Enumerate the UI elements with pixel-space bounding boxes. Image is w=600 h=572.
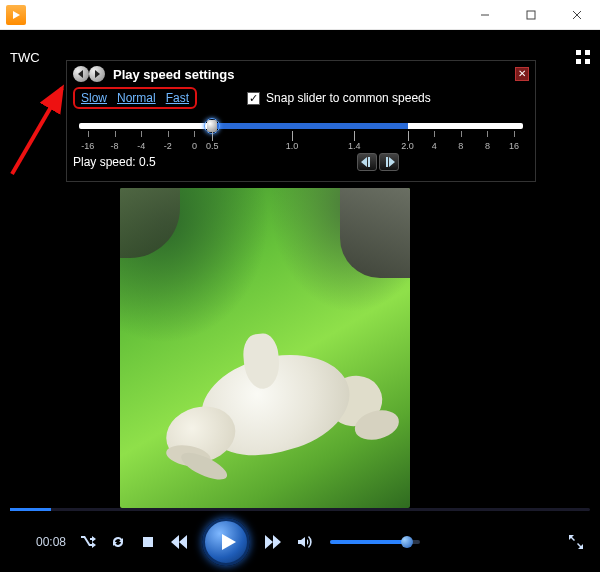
mute-button[interactable]: [296, 534, 312, 550]
speed-readout: Play speed: 0.5: [73, 155, 156, 169]
tick-label: 1.0: [286, 141, 299, 151]
tick-label: 8: [485, 141, 490, 151]
annotation-arrow: [4, 74, 74, 184]
fast-forward-button[interactable]: [264, 533, 282, 551]
svg-line-5: [12, 88, 62, 174]
preset-fast[interactable]: Fast: [166, 91, 189, 105]
panel-title: Play speed settings: [113, 67, 234, 82]
brand-label: TWC: [10, 50, 40, 65]
window-titlebar: [0, 0, 600, 30]
app-icon: [6, 5, 26, 25]
tick-label: 2.0: [401, 141, 414, 151]
tick-label: 4: [432, 141, 437, 151]
svg-rect-2: [585, 50, 590, 55]
maximize-button[interactable]: [508, 0, 554, 30]
elapsed-time: 00:08: [16, 535, 66, 549]
svg-rect-3: [576, 59, 581, 64]
tick-label: -4: [137, 141, 145, 151]
close-icon: ✕: [518, 69, 526, 79]
snap-checkbox-row[interactable]: ✓ Snap slider to common speeds: [247, 91, 431, 105]
svg-rect-1: [576, 50, 581, 55]
play-button[interactable]: [202, 518, 250, 566]
tick-label: 16: [509, 141, 519, 151]
frame-back-button[interactable]: [357, 153, 377, 171]
repeat-button[interactable]: [110, 534, 126, 550]
preset-slow[interactable]: Slow: [81, 91, 107, 105]
tick-label: -16: [81, 141, 94, 151]
tick-label: 1.4: [348, 141, 361, 151]
video-viewport[interactable]: [120, 188, 410, 508]
snap-checkbox[interactable]: ✓: [247, 92, 260, 105]
speed-presets-highlight: Slow Normal Fast: [73, 87, 197, 109]
frame-forward-button[interactable]: [379, 153, 399, 171]
transport-controls: 00:08: [0, 520, 600, 564]
stop-button[interactable]: [140, 534, 156, 550]
tick-label: -8: [111, 141, 119, 151]
tick-label: -2: [164, 141, 172, 151]
tick-label: 0.5: [206, 141, 219, 151]
svg-rect-4: [585, 59, 590, 64]
shuffle-button[interactable]: [80, 534, 96, 550]
panel-next-button[interactable]: [89, 66, 105, 82]
fullscreen-button[interactable]: [568, 534, 584, 550]
minimize-button[interactable]: [462, 0, 508, 30]
compact-view-button[interactable]: [576, 50, 590, 68]
svg-rect-0: [527, 11, 535, 19]
tick-label: 0: [192, 141, 197, 151]
preset-normal[interactable]: Normal: [117, 91, 156, 105]
speed-slider[interactable]: -16-8-4-200.51.01.42.048816: [79, 123, 523, 145]
rewind-button[interactable]: [170, 533, 188, 551]
close-button[interactable]: [554, 0, 600, 30]
snap-label: Snap slider to common speeds: [266, 91, 431, 105]
panel-prev-button[interactable]: [73, 66, 89, 82]
play-speed-panel: Play speed settings ✕ Slow Normal Fast ✓…: [66, 60, 536, 182]
seek-bar[interactable]: [10, 508, 590, 514]
volume-slider[interactable]: [330, 540, 420, 544]
tick-label: 8: [458, 141, 463, 151]
panel-close-button[interactable]: ✕: [515, 67, 529, 81]
player-body: TWC Play speed settings ✕ Slow Normal Fa…: [0, 30, 600, 572]
svg-rect-6: [143, 537, 153, 547]
